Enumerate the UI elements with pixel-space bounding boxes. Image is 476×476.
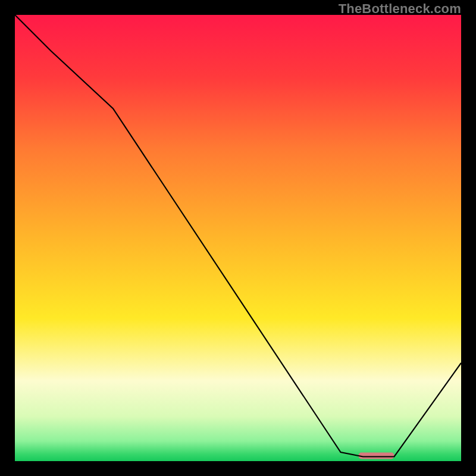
optimal-range-marker (359, 453, 394, 459)
chart-frame: TheBottleneck.com (0, 0, 476, 476)
chart-svg (15, 15, 461, 461)
gradient-background (15, 15, 461, 461)
plot-area (15, 15, 461, 461)
